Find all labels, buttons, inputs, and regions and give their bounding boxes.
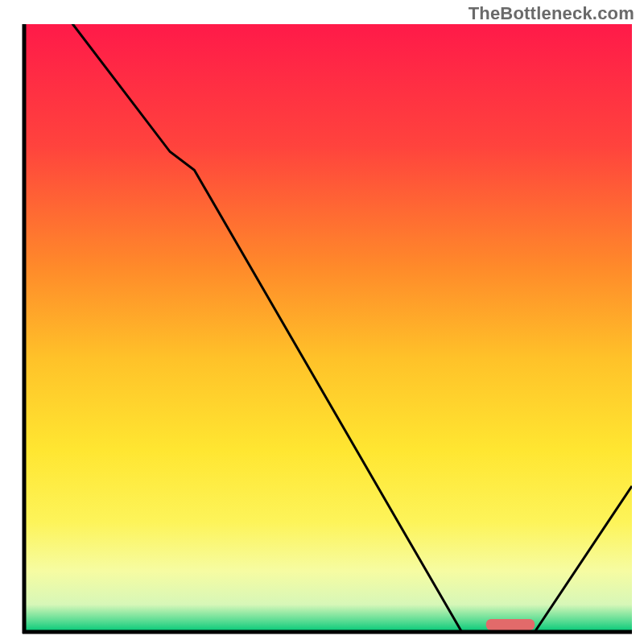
watermark-label: TheBottleneck.com xyxy=(469,3,634,24)
gradient-background xyxy=(24,24,632,632)
optimal-range-marker xyxy=(486,619,535,630)
bottleneck-chart xyxy=(0,0,644,644)
chart-container: TheBottleneck.com xyxy=(0,0,644,644)
